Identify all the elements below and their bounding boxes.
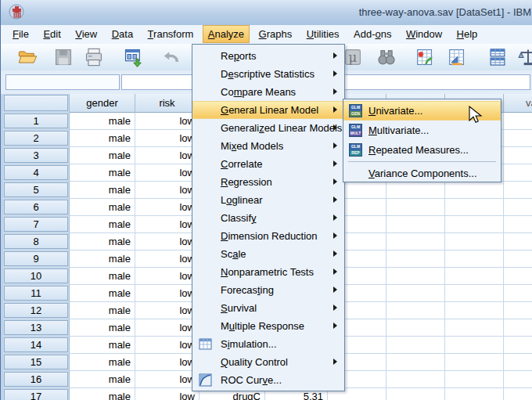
cell-gender[interactable]: male xyxy=(70,250,135,268)
find-button[interactable] xyxy=(376,46,397,68)
cell-empty[interactable] xyxy=(386,233,445,250)
menu-file[interactable]: File xyxy=(7,25,34,43)
cell-risk[interactable]: low xyxy=(135,182,200,199)
cell-empty[interactable] xyxy=(386,388,445,400)
cell-risk[interactable]: low xyxy=(135,233,200,250)
insert-variable-button[interactable] xyxy=(445,46,467,68)
cell-empty[interactable] xyxy=(445,268,504,285)
menu-item-generalized-linear-models[interactable]: Generalized Linear Models xyxy=(192,119,344,137)
cell-risk[interactable]: low xyxy=(135,371,200,388)
cell-risk[interactable]: low xyxy=(135,319,200,337)
menu-analyze[interactable]: Analyze xyxy=(203,25,250,43)
cell-empty[interactable] xyxy=(386,371,445,388)
cell-empty[interactable] xyxy=(504,233,532,250)
menu-item-multiple-response[interactable]: Multiple Response xyxy=(192,317,344,335)
menu-add-ons[interactable]: Add-ons xyxy=(348,25,397,43)
cell-empty[interactable] xyxy=(504,302,532,319)
menu-item-classify[interactable]: Classify xyxy=(192,209,344,227)
cell-risk[interactable]: low xyxy=(135,250,200,268)
menu-view[interactable]: View xyxy=(70,25,102,43)
menu-item-loglinear[interactable]: Loglinear xyxy=(192,191,344,209)
menu-transform[interactable]: Transform xyxy=(142,25,200,43)
cell-risk[interactable]: low xyxy=(135,337,200,354)
cell-gender[interactable]: male xyxy=(70,285,135,302)
submenu-item-repeated-measures[interactable]: GLMREP Repeated Measures... xyxy=(343,140,501,160)
row-header[interactable]: 13 xyxy=(3,319,70,337)
cell-empty[interactable] xyxy=(504,164,532,182)
cell-risk[interactable]: low xyxy=(135,388,200,400)
cell-empty[interactable] xyxy=(445,388,504,400)
row-header[interactable]: 11 xyxy=(3,285,70,302)
menu-item-forecasting[interactable]: Forecasting xyxy=(192,281,344,299)
cell-risk[interactable]: low xyxy=(135,354,200,371)
cell-empty[interactable] xyxy=(445,337,504,354)
cell-empty[interactable] xyxy=(386,250,445,268)
menu-edit[interactable]: Edit xyxy=(38,25,66,43)
row-header[interactable]: 17 xyxy=(3,388,70,400)
row-header[interactable]: 5 xyxy=(3,182,70,199)
cell-gender[interactable]: male xyxy=(70,147,135,164)
cell-gender[interactable]: male xyxy=(70,388,135,400)
split-file-button[interactable] xyxy=(487,46,509,68)
variables-button[interactable]: μ xyxy=(342,46,364,68)
menu-item-descriptive-statistics[interactable]: Descriptive Statistics xyxy=(192,65,344,83)
cell-reference-box[interactable] xyxy=(5,74,120,90)
menu-item-mixed-models[interactable]: Mixed Models xyxy=(192,137,344,155)
column-header-var[interactable]: var xyxy=(504,94,532,113)
row-header[interactable]: 2 xyxy=(3,130,70,147)
menu-help[interactable]: Help xyxy=(451,25,483,43)
menu-window[interactable]: Window xyxy=(401,25,448,43)
cell-empty[interactable] xyxy=(504,388,532,400)
cell-empty[interactable] xyxy=(504,147,532,164)
save-file-button[interactable] xyxy=(52,46,74,68)
cell-empty[interactable] xyxy=(504,216,532,233)
cell-gender[interactable]: male xyxy=(70,216,135,233)
cell-empty[interactable] xyxy=(445,182,504,199)
column-header-gender[interactable]: gender xyxy=(70,94,135,113)
submenu-item-variance-components[interactable]: Variance Components... xyxy=(343,164,501,183)
column-header-risk[interactable]: risk xyxy=(135,94,200,113)
menu-item-reports[interactable]: Reports xyxy=(192,47,344,65)
menu-item-compare-means[interactable]: Compare Means xyxy=(192,83,344,101)
row-header[interactable]: 14 xyxy=(3,337,70,354)
row-header[interactable]: 9 xyxy=(3,250,70,268)
menu-item-quality-control[interactable]: Quality Control xyxy=(192,353,344,371)
cell-empty[interactable] xyxy=(504,182,532,199)
title-bar[interactable]: three-way-anova.sav [DataSet1] - IBM xyxy=(1,0,532,26)
row-header[interactable]: 15 xyxy=(3,354,70,371)
cell-empty[interactable] xyxy=(445,250,504,268)
menu-item-roc-curve[interactable]: ROC Curve... xyxy=(192,371,344,389)
cell-risk[interactable]: low xyxy=(135,130,200,147)
cell-gender[interactable]: male xyxy=(70,182,135,199)
cell-risk[interactable]: low xyxy=(135,216,200,233)
undo-button[interactable] xyxy=(160,46,182,68)
menu-item-survival[interactable]: Survival xyxy=(192,299,344,317)
cell-empty[interactable] xyxy=(504,130,532,147)
row-header[interactable]: 3 xyxy=(3,147,70,164)
row-header[interactable]: 12 xyxy=(3,302,70,319)
cell-empty[interactable] xyxy=(386,319,445,337)
cell-empty[interactable] xyxy=(445,233,504,250)
cell-empty[interactable] xyxy=(504,199,532,216)
cell-empty[interactable] xyxy=(386,337,445,354)
cell-empty[interactable] xyxy=(386,216,445,233)
cell-empty[interactable] xyxy=(504,268,532,285)
cell-empty[interactable] xyxy=(504,337,532,354)
select-all-corner[interactable] xyxy=(3,94,70,113)
cell-empty[interactable] xyxy=(386,268,445,285)
cell-empty[interactable] xyxy=(504,250,532,268)
row-header[interactable]: 6 xyxy=(3,199,70,216)
cell-gender[interactable]: male xyxy=(70,354,135,371)
menu-utilities[interactable]: Utilities xyxy=(301,25,345,43)
cell-empty[interactable] xyxy=(445,199,504,216)
recall-dialogs-button[interactable] xyxy=(122,46,144,68)
row-header[interactable]: 8 xyxy=(3,233,70,250)
cell-empty[interactable] xyxy=(445,302,504,319)
cell-risk[interactable]: low xyxy=(135,199,200,216)
cell-empty[interactable] xyxy=(386,285,445,302)
cell-empty[interactable] xyxy=(386,182,445,199)
cell-gender[interactable]: male xyxy=(70,371,135,388)
open-file-button[interactable] xyxy=(16,46,38,68)
cell-empty[interactable] xyxy=(445,371,504,388)
cell-gender[interactable]: male xyxy=(70,319,135,337)
